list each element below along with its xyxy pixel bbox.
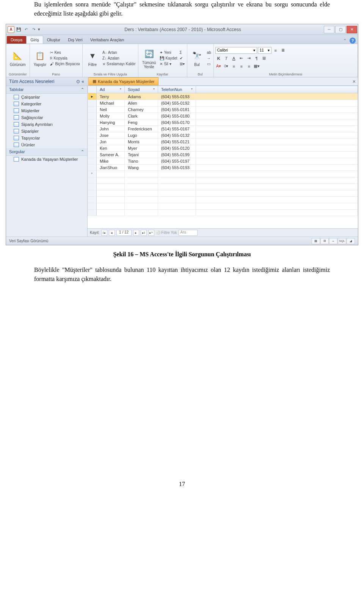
qat-save-icon[interactable]: 💾 [15,26,22,33]
table-row[interactable]: MollyClark(604) 555-0180 [88,113,358,119]
tab-create[interactable]: Oluştur [43,36,64,44]
table-row[interactable]: JonMorris(604) 555-0121 [88,139,358,145]
table-row[interactable]: JoseLugo(604) 555-0132 [88,132,358,139]
save-record-button[interactable]: 💾Kaydet [159,56,178,61]
table-row[interactable]: MikeTiano(604) 555-0197 [88,158,358,165]
design-view-button[interactable]: ◢ [347,238,355,244]
find-button[interactable]: 🔭 Bul [189,49,206,67]
help-icon[interactable]: ? [350,38,356,44]
row-selector[interactable] [88,113,97,119]
nav-table-item[interactable]: Ürünler [6,141,87,148]
table-row[interactable]: JohnFredericksen(514) 555-0167 [88,126,358,132]
cell[interactable]: Sameer A. [97,152,125,158]
table-row[interactable]: Sameer A.Tejani(604) 555-0199 [88,152,358,158]
maximize-button[interactable]: ▢ [335,26,346,33]
row-selector[interactable] [88,100,97,107]
select-button[interactable]: ▭ [206,61,212,66]
cell[interactable]: Terry [97,93,125,100]
font-name-select[interactable]: Calibri ▾ [215,47,257,54]
column-dropdown-icon[interactable]: ▾ [120,87,121,91]
nav-collapse-icon[interactable]: « [82,79,84,84]
row-selector[interactable] [88,126,97,132]
sort-desc-button[interactable]: Z↓Azalan [102,56,136,61]
cell[interactable]: Lugo [125,132,158,139]
tab-external[interactable]: Dış Veri [64,36,86,44]
fill-color-button[interactable]: ◊▾ [223,63,230,70]
cell[interactable]: Jose [97,132,125,139]
cut-button[interactable]: ✂Kes [49,50,81,55]
spelling-button[interactable]: ✔ [179,56,185,61]
row-selector[interactable] [88,145,97,152]
table-row[interactable]: JianShuoWang(604) 555-0193 [88,165,358,171]
row-selector[interactable] [88,139,97,145]
document-tab[interactable]: ▦ Kanada da Yaşayan Müşteriler [88,77,158,85]
nav-query-item[interactable]: Kanada da Yaşayan Müşteriler [6,156,87,163]
qat-undo-icon[interactable]: ↶ [23,26,30,33]
nav-table-item[interactable]: Taşıyıcılar [6,135,87,141]
qat-menu-icon[interactable]: ▾ [38,27,42,32]
nav-prev-button[interactable]: ◂ [109,230,115,236]
qat-redo-icon[interactable]: ↷ [30,26,37,33]
column-dropdown-icon[interactable]: ▾ [191,87,193,91]
align-center-icon[interactable]: ≡ [238,63,245,70]
nav-table-item[interactable]: Müşteriler [6,107,87,114]
nav-first-button[interactable]: I◂ [101,230,107,236]
table-row[interactable]: KenMyer(604) 555-0120 [88,145,358,152]
underline-button[interactable]: A [231,55,237,62]
nav-group-queries[interactable]: Sorgular⌃ [6,148,87,156]
cell[interactable]: Feng [125,119,158,126]
row-selector[interactable] [88,132,97,139]
cell[interactable]: Wang [125,165,158,171]
italic-button[interactable]: T [223,55,230,62]
cell[interactable]: (604) 555-0193 [158,93,196,100]
column-header[interactable]: Ad▾ [97,86,125,93]
goto-button[interactable]: → [206,56,212,61]
filter-button[interactable]: ▼ Filtre [84,49,101,67]
select-all[interactable] [88,86,97,93]
pivot-view-button[interactable]: ⊞ [320,238,329,244]
cell[interactable]: Adams [125,93,158,100]
cell[interactable]: Myer [125,145,158,152]
replace-button[interactable]: ab [206,50,212,55]
close-button[interactable]: ✕ [347,26,357,33]
nav-dropdown-icon[interactable]: ⊙ [76,79,80,84]
cell[interactable]: Neil [97,107,125,113]
cell[interactable]: Fredericksen [125,126,158,132]
cell[interactable]: Tiano [125,158,158,165]
cell[interactable]: JianShuo [97,165,125,171]
bold-button[interactable]: K [215,55,222,62]
row-selector[interactable] [88,152,97,158]
new-record-button[interactable]: ✦Yeni [159,50,178,55]
datasheet-view-button[interactable]: ▦ [312,238,320,244]
cell[interactable]: Allen [125,100,158,107]
no-filter-label[interactable]: ⚪ Filtre Yok [156,231,177,235]
collapse-ribbon-icon[interactable]: ⌃ [343,38,347,43]
painter-button[interactable]: 🖌Biçim Boyacısı [49,61,81,66]
sort-clear-button[interactable]: ⨯Sıralamayı Kaldır [102,61,136,66]
more-button[interactable]: ⊞▾ [179,61,185,66]
text-dir-icon[interactable]: ¶ [253,55,260,62]
cell[interactable]: John [97,126,125,132]
copy-button[interactable]: ⎘Kopyala [49,56,81,61]
cell[interactable]: Michael [97,100,125,107]
paste-button[interactable]: 📋 Yapıştır [31,49,49,67]
nav-group-tables[interactable]: Tablolar⌃ [6,86,87,94]
cell[interactable]: (514) 555-0167 [158,126,196,132]
nav-table-item[interactable]: Sağlayıcılar [6,114,87,121]
tab-dbtools[interactable]: Veritabanı Araçları [86,36,128,44]
row-selector[interactable] [88,119,97,126]
refresh-button[interactable]: 🔄 Tümünü Yenile [140,47,158,70]
align-left-icon[interactable]: ≡ [231,63,237,70]
cell[interactable]: (604) 555-0121 [158,139,196,145]
gridlines-icon[interactable]: ▦▾ [253,63,260,70]
record-position[interactable]: 1 / 12 [116,230,132,236]
cell[interactable]: Tejani [125,152,158,158]
align-right-icon[interactable]: ≡ [246,63,253,70]
nav-last-button[interactable]: ▸I [141,230,147,236]
grid-icon[interactable]: ⊞ [261,55,268,62]
cell[interactable]: (604) 555-0170 [158,119,196,126]
column-header[interactable]: Soyad▾ [125,86,158,93]
column-dropdown-icon[interactable]: ▾ [153,87,155,91]
row-selector[interactable] [88,165,97,171]
table-row[interactable]: MichaelAllen(604) 555-0192 [88,100,358,107]
